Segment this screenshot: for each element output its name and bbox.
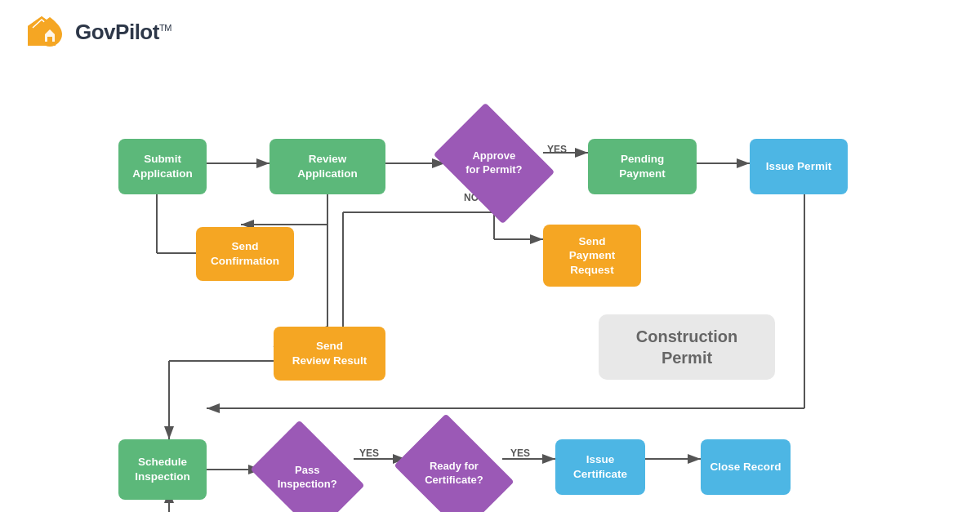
- submit-application-node: Submit Application: [118, 139, 207, 194]
- issue-permit-node: Issue Permit: [750, 139, 848, 194]
- send-payment-request-node: Send Payment Request: [543, 225, 641, 287]
- flowchart: YES NO YES NO YES NO Submit Application …: [0, 65, 980, 512]
- construction-permit-node: Construction Permit: [599, 314, 775, 380]
- approve-permit-node: Approve for Permit?: [434, 103, 555, 224]
- send-confirmation-node: Send Confirmation: [196, 227, 294, 281]
- svg-rect-1: [47, 37, 52, 42]
- close-record-node: Close Record: [701, 439, 791, 495]
- review-application-node: Review Application: [270, 139, 385, 194]
- issue-certificate-node: Issue Certificate: [555, 439, 645, 495]
- logo-svg: [33, 15, 67, 49]
- pass-inspection-node: Pass Inspection?: [250, 420, 364, 512]
- schedule-inspection-node: Schedule Inspection: [118, 439, 207, 500]
- send-review-result-node: Send Review Result: [274, 327, 385, 381]
- ready-certificate-node: Ready for Certificate?: [394, 413, 514, 512]
- logo-text: GovPilotTM: [75, 20, 172, 45]
- pending-payment-node: Pending Payment: [588, 139, 697, 194]
- yes-label-pass: YES: [359, 447, 379, 459]
- yes-label-approve: YES: [547, 144, 567, 155]
- header: GovPilotTM: [0, 0, 980, 64]
- yes-label-cert: YES: [510, 447, 530, 459]
